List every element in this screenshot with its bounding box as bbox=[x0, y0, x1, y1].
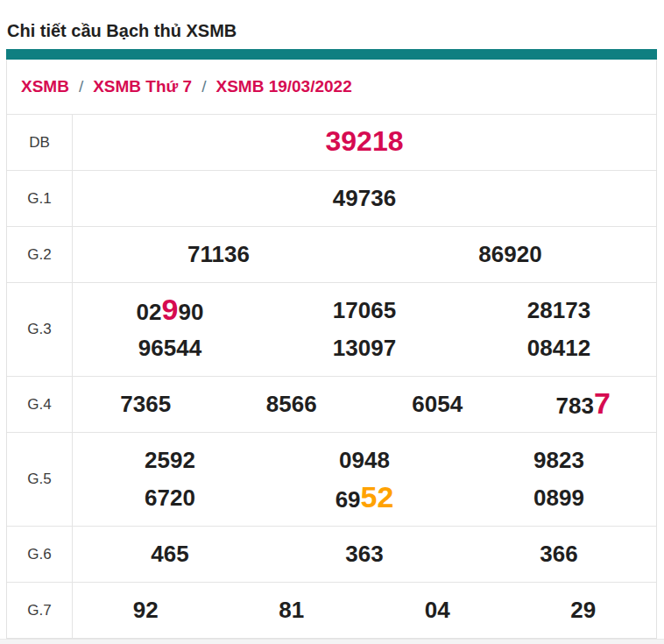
digits: 9823 bbox=[533, 447, 584, 473]
prize-line: 49736 bbox=[73, 180, 656, 217]
table-row: G.792810429 bbox=[7, 582, 656, 638]
prize-number: 0948 bbox=[267, 442, 462, 479]
prize-line: 92810429 bbox=[73, 591, 656, 629]
highlighted-digits: 7 bbox=[594, 386, 611, 420]
digits: 2592 bbox=[145, 447, 195, 473]
breadcrumb-link[interactable]: XSMB 19/03/2022 bbox=[215, 77, 351, 96]
prize-label: DB bbox=[7, 115, 73, 170]
digits: 13097 bbox=[333, 335, 396, 361]
digits: 6720 bbox=[145, 485, 195, 511]
prize-number: 8566 bbox=[219, 386, 365, 423]
prize-line: 259209489823 bbox=[73, 442, 656, 479]
page-title: Chi tiết cầu Bạch thủ XSMB bbox=[7, 21, 657, 41]
prize-values: 029901706528173965441309708412 bbox=[73, 283, 656, 376]
table-row: G.27113686920 bbox=[7, 226, 656, 282]
digits: 71136 bbox=[187, 241, 250, 267]
results-table: DB39218G.149736G.27113686920G.3029901706… bbox=[7, 114, 656, 638]
prize-number: 6054 bbox=[364, 386, 511, 423]
prize-number: 6720 bbox=[73, 479, 267, 517]
prize-number: 6952 bbox=[267, 478, 462, 519]
prize-number: 28173 bbox=[462, 292, 656, 329]
prize-line: 7113686920 bbox=[73, 236, 656, 273]
digits: 08412 bbox=[527, 335, 590, 361]
digits: 8566 bbox=[266, 391, 317, 417]
prize-values: 7365856660547837 bbox=[73, 377, 656, 432]
results-panel: XSMB/XSMB Thứ 7/XSMB 19/03/2022 DB39218G… bbox=[6, 49, 657, 639]
prize-values: 49736 bbox=[73, 171, 656, 226]
digits: 0948 bbox=[339, 447, 390, 473]
digits: 7365 bbox=[120, 391, 171, 417]
table-row: G.6465363366 bbox=[7, 526, 656, 582]
prize-label: G.6 bbox=[7, 527, 73, 582]
page: Chi tiết cầu Bạch thủ XSMB XSMB/XSMB Thứ… bbox=[0, 21, 664, 644]
digits: 92 bbox=[133, 597, 159, 623]
table-row: G.47365856660547837 bbox=[7, 376, 656, 432]
breadcrumb-separator: / bbox=[201, 77, 206, 96]
prize-label: G.7 bbox=[7, 583, 73, 638]
prize-values: 92810429 bbox=[73, 583, 656, 638]
digits: 96544 bbox=[138, 335, 201, 361]
digits: 28173 bbox=[527, 297, 590, 323]
prize-number: 86920 bbox=[364, 236, 656, 273]
prize-number: 366 bbox=[462, 535, 656, 573]
prize-number: 81 bbox=[219, 591, 365, 629]
prize-number: 9823 bbox=[462, 442, 656, 479]
digits: 90 bbox=[178, 299, 203, 325]
digits: 465 bbox=[151, 541, 188, 567]
prize-values: 7113686920 bbox=[73, 227, 656, 282]
prize-number: 29 bbox=[511, 591, 657, 629]
prize-line: 39218 bbox=[73, 124, 656, 161]
prize-number: 49736 bbox=[73, 180, 656, 217]
table-row: G.149736 bbox=[7, 170, 656, 226]
highlighted-digits: 39218 bbox=[326, 125, 404, 157]
digits: 366 bbox=[540, 541, 577, 567]
prize-number: 08412 bbox=[462, 329, 656, 367]
breadcrumb-separator: / bbox=[79, 77, 83, 96]
prize-label: G.3 bbox=[7, 283, 73, 376]
table-row: G.5259209489823672069520899 bbox=[7, 432, 656, 526]
prize-number: 7837 bbox=[511, 385, 657, 425]
prize-label: G.4 bbox=[7, 377, 73, 432]
breadcrumb-link[interactable]: XSMB Thứ 7 bbox=[93, 77, 192, 96]
prize-number: 39218 bbox=[73, 123, 656, 162]
digits: 02 bbox=[137, 299, 162, 325]
prize-label: G.1 bbox=[7, 171, 73, 226]
prize-number: 96544 bbox=[73, 329, 267, 367]
prize-number: 465 bbox=[73, 535, 267, 573]
digits: 0899 bbox=[533, 485, 584, 511]
prize-number: 02990 bbox=[73, 291, 267, 331]
breadcrumb: XSMB/XSMB Thứ 7/XSMB 19/03/2022 bbox=[7, 60, 656, 114]
digits: 783 bbox=[556, 393, 594, 419]
digits: 29 bbox=[570, 597, 596, 623]
breadcrumb-link[interactable]: XSMB bbox=[21, 77, 69, 96]
prize-values: 259209489823672069520899 bbox=[73, 433, 656, 526]
prize-number: 17065 bbox=[267, 292, 462, 329]
highlighted-digits: 52 bbox=[361, 480, 394, 513]
prize-values: 465363366 bbox=[73, 527, 656, 582]
digits: 69 bbox=[336, 486, 361, 513]
accent-bar bbox=[6, 49, 657, 60]
digits: 49736 bbox=[333, 185, 396, 211]
digits: 6054 bbox=[412, 391, 463, 417]
prize-number: 363 bbox=[267, 535, 462, 573]
highlighted-digits: 9 bbox=[162, 293, 179, 326]
prize-number: 92 bbox=[73, 591, 219, 629]
prize-label: G.2 bbox=[7, 227, 73, 282]
prize-line: 672069520899 bbox=[73, 479, 656, 517]
table-row: DB39218 bbox=[7, 114, 656, 170]
next-section-strip bbox=[0, 639, 664, 644]
digits: 81 bbox=[279, 597, 304, 623]
digits: 363 bbox=[345, 541, 383, 567]
prize-values: 39218 bbox=[73, 115, 656, 170]
digits: 17065 bbox=[333, 297, 396, 323]
prize-line: 7365856660547837 bbox=[73, 386, 656, 423]
prize-number: 04 bbox=[364, 591, 511, 629]
digits: 04 bbox=[425, 597, 450, 623]
prize-number: 2592 bbox=[73, 442, 267, 479]
prize-number: 71136 bbox=[73, 236, 364, 273]
table-row: G.3029901706528173965441309708412 bbox=[7, 282, 656, 376]
prize-number: 7365 bbox=[73, 386, 219, 423]
prize-number: 13097 bbox=[267, 329, 462, 367]
digits: 86920 bbox=[478, 241, 541, 267]
prize-line: 465363366 bbox=[73, 535, 656, 573]
